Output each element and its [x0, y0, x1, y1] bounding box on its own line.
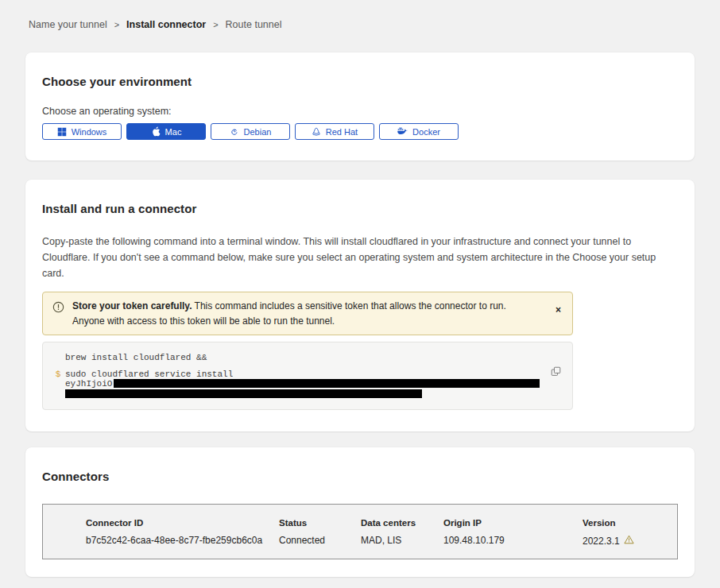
prompt-spacer	[51, 379, 65, 389]
breadcrumb-install-connector[interactable]: Install connector	[126, 19, 206, 30]
os-select-label: Choose an operating system:	[42, 106, 678, 117]
code-line-brew: brew install cloudflared &&	[51, 353, 561, 362]
os-button-docker[interactable]: Docker	[379, 123, 459, 140]
connectors-card: Connectors Connector ID b7c52c42-6caa-48…	[25, 447, 695, 577]
connectors-table: Connector ID b7c52c42-6caa-48ee-8c77-fbe…	[42, 504, 678, 559]
code-text: brew install cloudflared &&	[65, 353, 207, 362]
redacted-token-bar	[114, 379, 540, 388]
token-warning-text: Store your token carefully. This command…	[72, 299, 564, 328]
column-header: Status	[279, 518, 361, 528]
os-button-windows[interactable]: Windows	[42, 123, 122, 140]
code-line-sudo: $ sudo cloudflared service install	[51, 369, 561, 379]
redhat-icon	[312, 127, 321, 137]
os-button-mac[interactable]: Mac	[126, 123, 206, 140]
code-text: sudo cloudflared service install	[65, 369, 233, 379]
token-prefix: eyJhIjoiO	[65, 379, 112, 389]
prompt-spacer	[51, 389, 65, 398]
os-button-label: Windows	[72, 127, 107, 137]
origin-ip-value: 109.48.10.179	[443, 535, 583, 546]
close-icon[interactable]: ×	[554, 304, 563, 316]
os-button-redhat[interactable]: Red Hat	[295, 123, 374, 140]
shell-prompt: $	[51, 369, 65, 379]
status-badge: Connected	[279, 535, 361, 546]
windows-icon	[57, 127, 67, 137]
breadcrumb-route-tunnel[interactable]: Route tunnel	[226, 19, 282, 30]
apple-icon	[151, 126, 161, 137]
column-data-centers: Data centers MAD, LIS	[361, 518, 443, 559]
install-connector-description: Copy-paste the following command into a …	[42, 234, 678, 281]
version-value: 2022.3.1	[583, 535, 677, 547]
environment-card-title: Choose your environment	[42, 75, 678, 88]
environment-card: Choose your environment Choose an operat…	[25, 52, 695, 161]
breadcrumb: Name your tunnel > Install connector > R…	[0, 0, 720, 30]
column-connector-id: Connector ID b7c52c42-6caa-48ee-8c77-fbe…	[86, 518, 279, 559]
install-connector-card: Install and run a connector Copy-paste t…	[25, 180, 695, 431]
column-header: Origin IP	[443, 518, 583, 528]
install-command-code-block: brew install cloudflared && $ sudo cloud…	[42, 342, 573, 410]
code-line-token: eyJhIjoiO	[51, 379, 561, 389]
connector-id-value: b7c52c42-6caa-48ee-8c77-fbe259cb6c0a	[86, 535, 279, 546]
version-warning-icon	[624, 535, 634, 547]
breadcrumb-separator: >	[114, 20, 119, 29]
breadcrumb-separator: >	[213, 20, 218, 29]
os-button-label: Debian	[244, 127, 272, 137]
prompt-spacer	[51, 353, 65, 362]
column-origin-ip: Origin IP 109.48.10.179	[443, 518, 583, 559]
docker-icon	[397, 127, 408, 136]
column-header: Connector ID	[86, 518, 279, 528]
copy-icon[interactable]	[549, 365, 563, 381]
os-button-label: Mac	[165, 127, 182, 137]
connectors-title: Connectors	[42, 470, 678, 483]
column-header: Data centers	[361, 518, 443, 528]
os-button-label: Red Hat	[326, 127, 358, 137]
token-warning-title: Store your token carefully.	[72, 300, 192, 311]
token-warning-banner: Store your token carefully. This command…	[42, 292, 573, 335]
column-header: Version	[583, 518, 677, 528]
redacted-token-bar	[65, 389, 422, 398]
debian-icon	[230, 127, 239, 137]
os-button-debian[interactable]: Debian	[211, 123, 290, 140]
column-version: Version 2022.3.1	[583, 518, 677, 559]
os-button-label: Docker	[412, 127, 440, 137]
install-connector-title: Install and run a connector	[42, 202, 678, 215]
code-line-token-2	[51, 389, 561, 398]
version-number: 2022.3.1	[583, 536, 620, 547]
alert-circle-icon	[52, 301, 64, 316]
os-button-group: Windows Mac Debian	[42, 123, 678, 140]
column-status: Status Connected	[279, 518, 361, 559]
data-centers-value: MAD, LIS	[361, 535, 443, 546]
breadcrumb-name-your-tunnel[interactable]: Name your tunnel	[29, 19, 107, 30]
